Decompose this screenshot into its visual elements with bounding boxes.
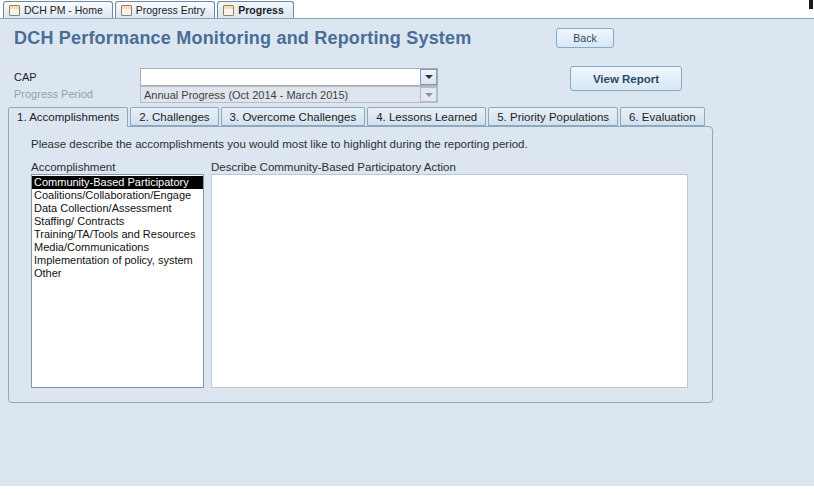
section-tab-strip: 1. Accomplishments 2. Challenges 3. Over… — [8, 107, 705, 127]
describe-label: Describe Community-Based Participatory A… — [211, 161, 456, 173]
progress-period-dropdown-button[interactable] — [420, 87, 437, 102]
progress-period-value: Annual Progress (Oct 2014 - March 2015) — [141, 87, 437, 102]
doc-tab-dch-pm-home[interactable]: DCH PM - Home — [3, 1, 113, 18]
app-window: DCH PM - Home Progress Entry Progress DC… — [0, 0, 814, 495]
form-body: DCH Performance Monitoring and Reporting… — [0, 19, 814, 486]
tab-lessons-learned[interactable]: 4. Lessons Learned — [367, 107, 486, 126]
tab-challenges[interactable]: 2. Challenges — [130, 107, 218, 126]
list-item[interactable]: Staffing/ Contracts — [32, 215, 203, 228]
list-item[interactable]: Coalitions/Collaboration/Engage — [32, 189, 203, 202]
tab-evaluation[interactable]: 6. Evaluation — [620, 107, 705, 126]
form-icon — [121, 5, 132, 16]
accomplishment-listbox[interactable]: Community-Based Participatory Coalitions… — [31, 174, 204, 388]
tab-accomplishments[interactable]: 1. Accomplishments — [8, 107, 128, 127]
cap-value — [141, 69, 437, 70]
scrollbar-fragment — [809, 0, 813, 9]
cap-label: CAP — [14, 71, 37, 83]
list-item[interactable]: Media/Communications — [32, 241, 203, 254]
list-item[interactable]: Implementation of policy, system — [32, 254, 203, 267]
page-title: DCH Performance Monitoring and Reporting… — [14, 28, 471, 49]
chevron-down-icon — [425, 75, 433, 79]
doc-tab-progress-entry[interactable]: Progress Entry — [115, 1, 215, 18]
list-item[interactable]: Community-Based Participatory — [32, 176, 203, 189]
cap-dropdown-button[interactable] — [420, 69, 437, 85]
doc-tab-label: DCH PM - Home — [24, 4, 103, 16]
doc-tab-progress[interactable]: Progress — [217, 1, 294, 18]
instruction-text: Please describe the accomplishments you … — [31, 138, 528, 150]
view-report-button[interactable]: View Report — [570, 66, 682, 91]
form-icon — [223, 5, 234, 16]
describe-textarea[interactable] — [211, 174, 688, 388]
doc-tab-label: Progress — [238, 4, 284, 16]
list-item[interactable]: Other — [32, 267, 203, 280]
document-tab-bar: DCH PM - Home Progress Entry Progress — [0, 1, 814, 19]
chevron-down-icon — [425, 93, 433, 97]
accomplishments-panel: Please describe the accomplishments you … — [8, 126, 713, 403]
back-button[interactable]: Back — [556, 28, 614, 48]
cap-combobox[interactable] — [140, 68, 438, 86]
list-item[interactable]: Data Collection/Assessment — [32, 202, 203, 215]
form-icon — [9, 5, 20, 16]
tab-priority-populations[interactable]: 5. Priority Populations — [488, 107, 618, 126]
list-item[interactable]: Training/TA/Tools and Resources — [32, 228, 203, 241]
progress-period-label: Progress Period — [14, 88, 93, 100]
accomplishment-list-label: Accomplishment — [31, 161, 115, 173]
tab-overcome-challenges[interactable]: 3. Overcome Challenges — [221, 107, 366, 126]
doc-tab-label: Progress Entry — [136, 4, 205, 16]
progress-period-combobox[interactable]: Annual Progress (Oct 2014 - March 2015) — [140, 86, 438, 103]
